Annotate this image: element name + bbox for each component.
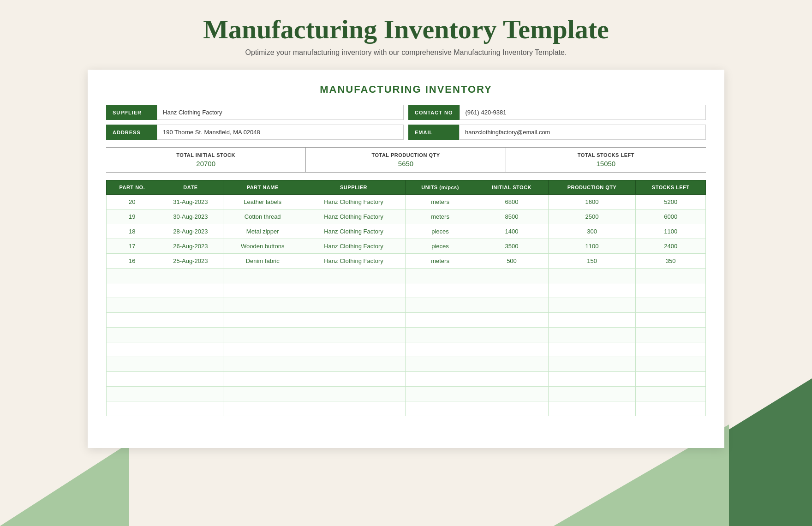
table-row: 1930-Aug-2023Cotton threadHanz Clothing … bbox=[107, 209, 706, 224]
total-stocks-left-value: 15050 bbox=[506, 160, 706, 167]
col-header-units: UNITS (m/pcs) bbox=[405, 180, 475, 195]
total-initial-stock: TOTAL INITIAL STOCK 20700 bbox=[106, 148, 306, 172]
total-production-qty-value: 5650 bbox=[306, 160, 505, 167]
contact-label: CONTACT NO bbox=[408, 105, 460, 120]
table-row-empty bbox=[107, 313, 706, 328]
inventory-table: PART NO. DATE PART NAME SUPPLIER UNITS (… bbox=[106, 180, 706, 416]
table-header-row: PART NO. DATE PART NAME SUPPLIER UNITS (… bbox=[107, 180, 706, 195]
document-title: MANUFACTURING INVENTORY bbox=[106, 84, 706, 96]
table-row-empty bbox=[107, 342, 706, 357]
total-production-qty: TOTAL PRODUCTION QTY 5650 bbox=[306, 148, 506, 172]
table-row: 1828-Aug-2023Metal zipperHanz Clothing F… bbox=[107, 224, 706, 239]
page-content: Manufacturing Inventory Template Optimiz… bbox=[0, 0, 812, 457]
table-row-empty bbox=[107, 387, 706, 401]
totals-section: TOTAL INITIAL STOCK 20700 TOTAL PRODUCTI… bbox=[106, 147, 706, 173]
table-row: 2031-Aug-2023Leather labelsHanz Clothing… bbox=[107, 195, 706, 209]
address-value: 190 Thorne St. Mansfield, MA 02048 bbox=[157, 125, 404, 140]
col-header-production-qty: PRODUCTION QTY bbox=[548, 180, 636, 195]
col-header-part-no: PART NO. bbox=[107, 180, 158, 195]
col-header-initial-stock: INITIAL STOCK bbox=[475, 180, 548, 195]
email-row: EMAIL hanzclothingfactory@email.com bbox=[408, 125, 706, 140]
contact-row: CONTACT NO (961) 420-9381 bbox=[408, 105, 706, 120]
table-row-empty bbox=[107, 372, 706, 387]
email-label: EMAIL bbox=[408, 125, 459, 140]
document-container: MANUFACTURING INVENTORY SUPPLIER Hanz Cl… bbox=[88, 70, 724, 448]
col-header-date: DATE bbox=[158, 180, 223, 195]
col-header-stocks-left: STOCKS LEFT bbox=[636, 180, 706, 195]
address-row: ADDRESS 190 Thorne St. Mansfield, MA 020… bbox=[106, 125, 404, 140]
total-production-qty-label: TOTAL PRODUCTION QTY bbox=[306, 152, 505, 158]
email-value: hanzclothingfactory@email.com bbox=[459, 125, 706, 140]
table-row-empty bbox=[107, 357, 706, 372]
table-row: 1726-Aug-2023Wooden buttonsHanz Clothing… bbox=[107, 239, 706, 254]
table-row-empty bbox=[107, 283, 706, 298]
table-row-empty bbox=[107, 269, 706, 283]
supplier-row: SUPPLIER Hanz Clothing Factory bbox=[106, 105, 404, 120]
table-row: 1625-Aug-2023Denim fabricHanz Clothing F… bbox=[107, 254, 706, 269]
address-label: ADDRESS bbox=[106, 125, 157, 140]
col-header-part-name: PART NAME bbox=[223, 180, 302, 195]
supplier-label: SUPPLIER bbox=[106, 105, 157, 120]
table-row-empty bbox=[107, 401, 706, 416]
col-header-supplier: SUPPLIER bbox=[302, 180, 406, 195]
info-grid: SUPPLIER Hanz Clothing Factory CONTACT N… bbox=[106, 105, 706, 140]
contact-value: (961) 420-9381 bbox=[460, 105, 706, 120]
supplier-value: Hanz Clothing Factory bbox=[157, 105, 404, 120]
page-subtitle: Optimize your manufacturing inventory wi… bbox=[245, 48, 567, 57]
total-stocks-left: TOTAL STOCKS LEFT 15050 bbox=[506, 148, 706, 172]
table-row-empty bbox=[107, 328, 706, 342]
total-initial-stock-value: 20700 bbox=[106, 160, 305, 167]
page-title: Manufacturing Inventory Template bbox=[203, 14, 609, 45]
total-initial-stock-label: TOTAL INITIAL STOCK bbox=[106, 152, 305, 158]
table-row-empty bbox=[107, 298, 706, 313]
total-stocks-left-label: TOTAL STOCKS LEFT bbox=[506, 152, 706, 158]
